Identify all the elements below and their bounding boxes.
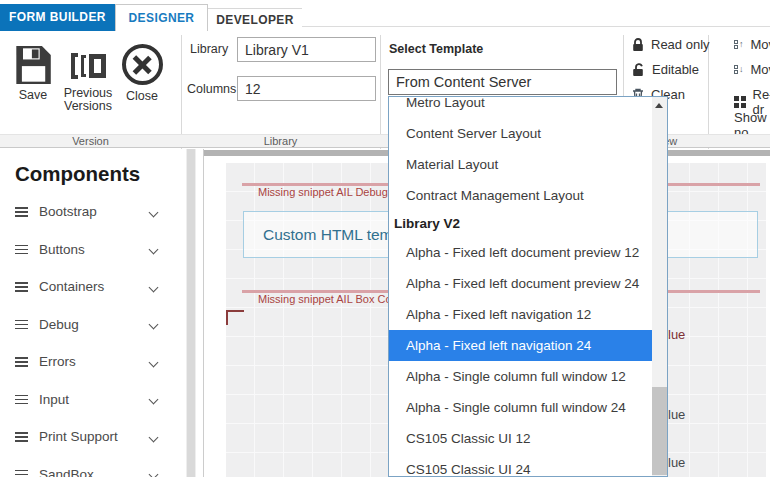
close-icon [122,44,163,85]
sidebar-item-label: Print Support [39,429,118,444]
group-divider [380,35,381,149]
dropdown-item[interactable]: Alpha - Fixed left document preview 24 [389,268,652,299]
tab-developer[interactable]: DEVELOPER [208,8,302,31]
select-template-label: Select Template [389,42,483,56]
dropdown-item[interactable]: Alpha - Single column full window 24 [389,392,652,423]
chevron-down-icon [150,208,158,216]
save-button[interactable]: Save [10,45,56,102]
move-label: Move [751,62,770,77]
move-down-icon: ↓ [734,65,744,74]
dropdown-item[interactable]: Contract Management Layout [389,180,652,211]
group-divider [181,35,182,149]
dropdown-group-header: Library V2 [389,211,652,237]
library-group-label: Library [181,135,380,149]
tab-strip-divider [302,26,770,27]
read-only-button[interactable]: Read only [632,37,710,52]
dropdown-scrollbar-thumb[interactable] [652,387,667,475]
chevron-down-icon [150,395,158,403]
lock-icon [632,38,644,52]
previous-versions-icon [62,51,114,81]
redraw-grid-icon [734,96,746,108]
columns-label: Columns [187,82,236,96]
clipped-text-fragment: lue [668,407,685,422]
sidebar-item-debug[interactable]: Debug [0,306,186,344]
library-label: Library [190,42,228,56]
editable-label: Editable [652,62,699,77]
chevron-down-icon [150,245,158,253]
hamburger-icon [15,207,28,217]
close-label: Close [118,90,166,103]
columns-field[interactable] [237,76,376,101]
sidebar-item-containers[interactable]: Containers [0,268,186,306]
chevron-down-icon [150,470,158,477]
move-button[interactable]: ↑Move [734,37,770,52]
sidebar-item-input[interactable]: Input [0,381,186,419]
chevron-down-icon [150,433,158,441]
scroll-up-button[interactable] [652,97,667,113]
chevron-down-icon [150,358,158,366]
previous-versions-label2: Versions [62,100,114,113]
form-designer-window: FORM BUILDER DESIGNER DEVELOPER Save Pre… [0,0,770,477]
tab-form-builder[interactable]: FORM BUILDER [0,4,115,31]
dropdown-item[interactable]: Content Server Layout [389,118,652,149]
selection-corner-bracket [226,310,244,325]
library-field[interactable] [237,37,376,62]
dropdown-item[interactable]: Alpha - Single column full window 12 [389,361,652,392]
editable-button[interactable]: Editable [632,62,699,77]
sidebar-item-errors[interactable]: Errors [0,343,186,381]
sidebar-scrollbar[interactable] [186,149,196,477]
save-label: Save [10,89,56,102]
hamburger-icon [15,245,28,255]
missing-snippet-debug-text: Missing snippet AIL Debug b [258,186,397,198]
clipped-text-fragment: lue [668,327,685,342]
dropdown-item[interactable]: Material Layout [389,149,652,180]
sidebar-item-label: Buttons [39,242,85,257]
tab-designer[interactable]: DESIGNER [115,4,208,32]
dropdown-item-selected[interactable]: Alpha - Fixed left navigation 24 [389,330,652,361]
read-only-label: Read only [651,37,710,52]
move-up-icon: ↑ [734,40,744,49]
dropdown-item[interactable]: CS105 Classic UI 12 [389,423,652,454]
dropdown-item[interactable]: Alpha - Fixed left document preview 12 [389,237,652,268]
move-button[interactable]: ↓Move [734,62,770,77]
hamburger-icon [15,320,28,330]
hamburger-icon [15,282,28,292]
template-dropdown: Metro LayoutContent Server LayoutMateria… [388,96,668,477]
sidebar-item-sandbox[interactable]: SandBox [0,456,186,477]
sidebar-item-label: Bootstrap [39,204,97,219]
hamburger-icon [15,470,28,477]
sidebar-item-label: Input [39,392,69,407]
sidebar-item-label: Errors [39,354,76,369]
custom-html-label: Custom HTML temp [244,226,401,244]
previous-versions-button[interactable]: Previous Versions [62,51,114,113]
dropdown-item[interactable]: CS105 Classic UI 24 [389,454,652,477]
group-divider [708,35,709,149]
dropdown-item[interactable]: Metro Layout [389,96,652,118]
canvas-left-border [203,149,204,477]
select-template-input[interactable] [388,69,617,95]
close-button[interactable]: Close [118,44,166,103]
components-sidebar: Components BootstrapButtonsContainersDeb… [0,149,186,477]
components-title: Components [15,162,140,186]
missing-snippet-box-text: Missing snippet AIL Box Con [258,293,398,305]
version-group-label: Version [0,135,181,149]
save-icon [14,45,52,85]
sidebar-item-label: Containers [39,279,104,294]
sidebar-item-label: Debug [39,317,79,332]
dropdown-scrollbar[interactable] [652,97,667,476]
sidebar-item-buttons[interactable]: Buttons [0,231,186,269]
chevron-down-icon [150,320,158,328]
hamburger-icon [15,432,28,442]
dropdown-item[interactable]: Alpha - Fixed left navigation 12 [389,299,652,330]
clipped-text-fragment: lue [668,455,685,470]
sidebar-item-label: SandBox [39,467,94,477]
sidebar-item-print-support[interactable]: Print Support [0,418,186,456]
sidebar-item-bootstrap[interactable]: Bootstrap [0,193,186,231]
move-label: Move [751,37,770,52]
hamburger-icon [15,395,28,405]
hamburger-icon [15,357,28,367]
chevron-down-icon [150,283,158,291]
unlock-icon [632,63,645,77]
